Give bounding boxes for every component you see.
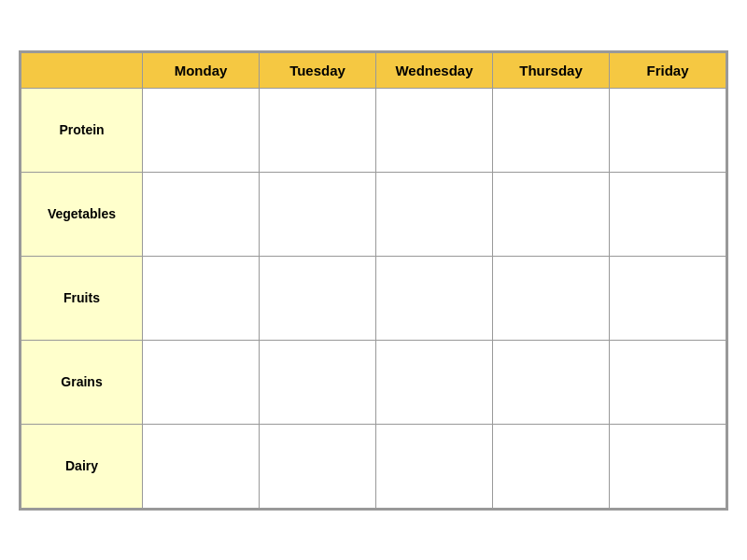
row-label-protein: Protein — [21, 88, 143, 172]
cell-grains-thursday[interactable] — [493, 340, 610, 424]
cell-grains-wednesday[interactable] — [376, 340, 493, 424]
cell-fruits-friday[interactable] — [610, 256, 726, 340]
cell-dairy-friday[interactable] — [610, 424, 726, 508]
corner-cell — [21, 52, 143, 88]
cell-protein-thursday[interactable] — [493, 88, 610, 172]
cell-protein-wednesday[interactable] — [376, 88, 493, 172]
cell-grains-friday[interactable] — [610, 340, 726, 424]
table-row[interactable]: Protein — [21, 88, 726, 172]
cell-fruits-thursday[interactable] — [493, 256, 610, 340]
cell-vegetables-wednesday[interactable] — [376, 172, 493, 256]
table-row[interactable]: Fruits — [21, 256, 726, 340]
cell-fruits-monday[interactable] — [143, 256, 260, 340]
cell-dairy-thursday[interactable] — [493, 424, 610, 508]
cell-dairy-tuesday[interactable] — [260, 424, 376, 508]
row-label-fruits: Fruits — [21, 256, 143, 340]
meal-planner-table: Monday Tuesday Wednesday Thursday Friday… — [19, 50, 728, 511]
header-wednesday: Wednesday — [376, 52, 493, 88]
cell-grains-monday[interactable] — [143, 340, 260, 424]
row-label-vegetables: Vegetables — [21, 172, 143, 256]
cell-protein-tuesday[interactable] — [260, 88, 376, 172]
header-tuesday: Tuesday — [260, 52, 376, 88]
cell-fruits-wednesday[interactable] — [376, 256, 493, 340]
table-row[interactable]: Grains — [21, 340, 726, 424]
cell-vegetables-tuesday[interactable] — [260, 172, 376, 256]
cell-grains-tuesday[interactable] — [260, 340, 376, 424]
table-row[interactable]: Vegetables — [21, 172, 726, 256]
header-monday: Monday — [143, 52, 260, 88]
cell-dairy-monday[interactable] — [143, 424, 260, 508]
row-label-dairy: Dairy — [21, 424, 143, 508]
cell-dairy-wednesday[interactable] — [376, 424, 493, 508]
header-friday: Friday — [610, 52, 726, 88]
cell-vegetables-thursday[interactable] — [493, 172, 610, 256]
cell-vegetables-monday[interactable] — [143, 172, 260, 256]
cell-protein-monday[interactable] — [143, 88, 260, 172]
cell-protein-friday[interactable] — [610, 88, 726, 172]
cell-fruits-tuesday[interactable] — [260, 256, 376, 340]
cell-vegetables-friday[interactable] — [610, 172, 726, 256]
header-thursday: Thursday — [493, 52, 610, 88]
table-row[interactable]: Dairy — [21, 424, 726, 508]
row-label-grains: Grains — [21, 340, 143, 424]
